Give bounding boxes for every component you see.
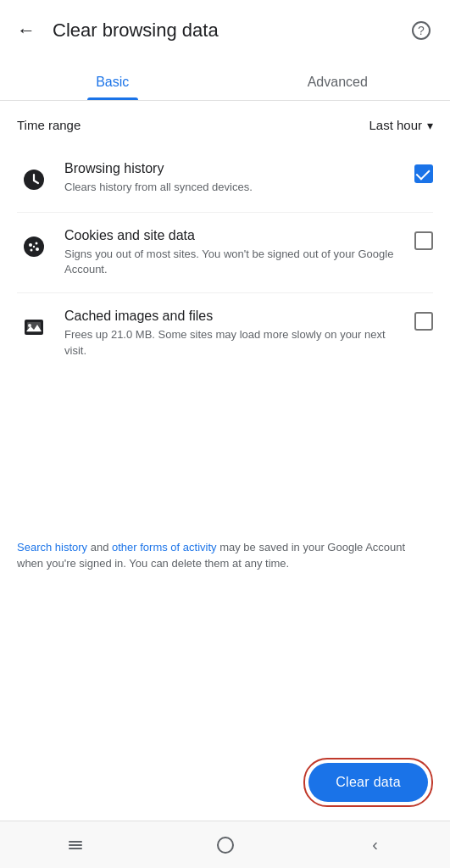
tab-advanced[interactable]: Advanced (225, 61, 451, 100)
option-cached-images: Cached images and files Frees up 21.0 MB… (17, 293, 433, 373)
clear-data-button[interactable]: Clear data (308, 763, 428, 802)
home-icon (217, 837, 234, 854)
options-list: Browsing history Clears history from all… (0, 146, 450, 526)
image-icon (17, 310, 51, 344)
tabs-container: Basic Advanced (0, 61, 450, 101)
svg-point-9 (31, 249, 33, 252)
browsing-history-title: Browsing history (64, 161, 401, 176)
help-icon: ? (412, 21, 431, 40)
cookie-icon (17, 230, 51, 264)
recents-icon (69, 841, 82, 849)
browsing-history-checkbox[interactable] (414, 164, 433, 183)
home-button[interactable] (200, 828, 251, 862)
option-browsing-history: Browsing history Clears history from all… (17, 146, 433, 213)
help-button[interactable]: ? (406, 15, 436, 46)
recents-button[interactable] (50, 828, 101, 862)
cookies-content: Cookies and site data Signs you out of m… (64, 228, 401, 277)
time-range-row: Time range Last hour ▾ (0, 101, 450, 146)
browsing-history-desc: Clears history from all synced devices. (64, 180, 401, 195)
search-history-link[interactable]: Search history (17, 541, 87, 554)
time-range-selector[interactable]: Last hour ▾ (369, 118, 433, 132)
svg-text:?: ? (418, 24, 425, 37)
cached-images-content: Cached images and files Frees up 21.0 MB… (64, 309, 401, 358)
svg-point-8 (36, 248, 39, 251)
cookies-desc: Signs you out of most sites. You won't b… (64, 247, 401, 277)
back-nav-icon: ‹ (372, 835, 378, 854)
cached-images-checkbox[interactable] (414, 312, 433, 331)
svg-point-6 (29, 243, 32, 247)
back-button[interactable]: ← (14, 16, 39, 45)
info-and: and (87, 541, 112, 554)
dropdown-arrow-icon: ▾ (427, 119, 433, 132)
cookies-title: Cookies and site data (64, 228, 401, 243)
checkbox-checked-icon[interactable] (414, 164, 433, 183)
svg-point-10 (33, 246, 35, 248)
cached-images-desc: Frees up 21.0 MB. Some sites may load mo… (64, 327, 401, 358)
header-left: ← Clear browsing data (14, 16, 219, 45)
back-nav-button[interactable]: ‹ (350, 828, 401, 862)
tab-basic[interactable]: Basic (0, 61, 225, 100)
clear-btn-container: Clear data (0, 744, 450, 821)
nav-bar: ‹ (0, 821, 450, 868)
header: ← Clear browsing data ? (0, 0, 450, 61)
activity-link[interactable]: other forms of activity (112, 541, 217, 554)
checkbox-unchecked-icon2[interactable] (414, 312, 433, 331)
svg-point-14 (28, 324, 31, 327)
svg-point-7 (36, 242, 38, 245)
time-range-value: Last hour (369, 118, 422, 132)
clock-icon (17, 163, 51, 197)
cached-images-title: Cached images and files (64, 309, 401, 324)
option-cookies: Cookies and site data Signs you out of m… (17, 213, 433, 293)
info-text: Search history and other forms of activi… (0, 526, 450, 593)
browsing-history-content: Browsing history Clears history from all… (64, 161, 401, 195)
time-range-label: Time range (17, 118, 81, 132)
cookies-checkbox[interactable] (414, 231, 433, 250)
checkbox-unchecked-icon[interactable] (414, 231, 433, 250)
page-title: Clear browsing data (53, 19, 219, 42)
clear-btn-wrapper: Clear data (303, 758, 433, 807)
